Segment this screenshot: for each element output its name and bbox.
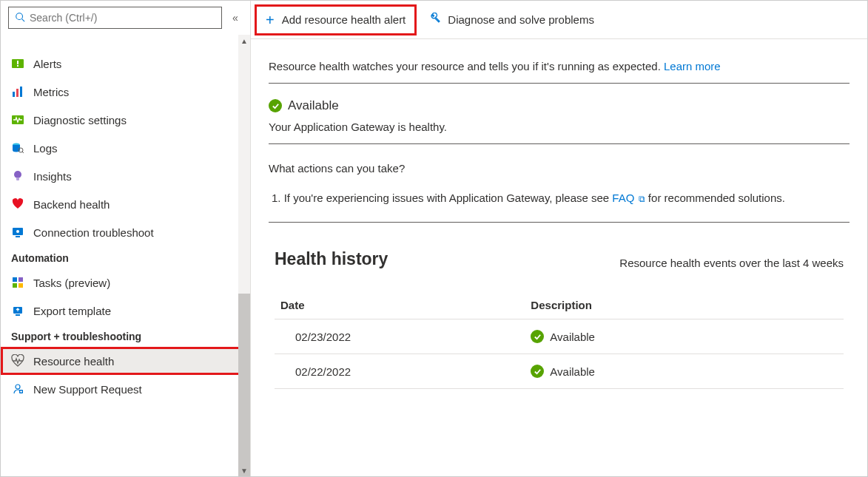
sidebar: « Alerts Metrics Diagnostic settings Log… <box>1 1 251 476</box>
status-label: Available <box>288 98 339 113</box>
tasks-icon <box>11 276 24 289</box>
support-icon <box>11 382 24 396</box>
main-content: + Add resource health alert Diagnose and… <box>251 1 867 476</box>
diagnostic-icon <box>11 113 24 126</box>
svg-rect-4 <box>17 65 18 67</box>
table-row[interactable]: 02/23/2022 Available <box>275 319 844 354</box>
insights-icon <box>11 169 24 183</box>
nav-label: Export template <box>33 305 111 317</box>
search-input-wrapper[interactable] <box>8 7 222 29</box>
svg-point-23 <box>16 385 20 389</box>
logs-icon <box>11 141 24 155</box>
svg-point-16 <box>16 230 19 233</box>
date-cell: 02/22/2022 <box>275 354 525 389</box>
check-circle-icon <box>269 99 282 112</box>
sidebar-item-resource-health[interactable]: Resource health <box>1 347 250 375</box>
sidebar-item-new-support-request[interactable]: New Support Request <box>1 375 250 403</box>
svg-rect-7 <box>20 87 22 97</box>
search-icon <box>15 12 25 24</box>
nav-label: New Support Request <box>33 383 142 396</box>
nav-label: Insights <box>33 170 72 183</box>
faq-link[interactable]: FAQ ⧉ <box>612 192 645 204</box>
health-history: Health history Resource health events ov… <box>269 223 850 389</box>
svg-line-11 <box>22 152 24 153</box>
learn-more-link[interactable]: Learn more <box>664 60 721 72</box>
nav-label: Tasks (preview) <box>33 277 110 289</box>
nav-label: Metrics <box>33 86 69 98</box>
svg-point-12 <box>14 171 21 178</box>
export-icon <box>11 304 24 317</box>
sidebar-item-insights[interactable]: Insights <box>1 162 250 190</box>
sidebar-item-logs[interactable]: Logs <box>1 134 250 162</box>
nav-label: Logs <box>33 142 58 155</box>
heart-icon <box>11 197 24 211</box>
history-title: Health history <box>275 249 388 269</box>
nav-label: Diagnostic settings <box>33 114 127 126</box>
resource-health-icon <box>11 354 24 368</box>
intro-text: Resource health watches your resource an… <box>269 60 850 84</box>
alerts-icon <box>11 57 24 70</box>
sidebar-item-metrics[interactable]: Metrics <box>1 78 250 106</box>
svg-point-0 <box>16 13 23 19</box>
actions-title: What actions can you take? <box>269 162 850 175</box>
desc-cell: Available <box>550 365 595 378</box>
sidebar-item-backend-health[interactable]: Backend health <box>1 190 250 218</box>
diagnose-and-solve-button[interactable]: Diagnose and solve problems <box>419 7 603 33</box>
history-table: Date Description 02/23/2022 Available 02… <box>275 291 844 389</box>
sidebar-item-alerts[interactable]: Alerts <box>1 50 250 78</box>
table-row[interactable]: 02/22/2022 Available <box>275 354 844 389</box>
col-date: Date <box>275 291 525 319</box>
scrollbar-thumb[interactable] <box>238 294 250 476</box>
svg-rect-5 <box>13 92 15 97</box>
desc-cell: Available <box>550 331 595 343</box>
svg-rect-19 <box>13 283 17 288</box>
svg-rect-18 <box>18 277 23 282</box>
external-link-icon: ⧉ <box>636 194 645 204</box>
nav-label: Backend health <box>33 198 110 211</box>
svg-rect-6 <box>16 89 18 97</box>
button-label: Diagnose and solve problems <box>448 13 594 26</box>
wrench-icon <box>428 13 440 27</box>
section-support: Support + troubleshooting <box>1 325 250 347</box>
check-circle-icon <box>531 330 544 343</box>
actions-block: What actions can you take? 1. If you're … <box>269 144 850 223</box>
svg-rect-17 <box>13 277 17 282</box>
svg-rect-3 <box>17 61 18 64</box>
history-subtitle: Resource health events over the last 4 w… <box>619 257 844 269</box>
sidebar-item-export-template[interactable]: Export template <box>1 297 250 325</box>
section-automation: Automation <box>1 246 250 268</box>
nav-label: Connection troubleshoot <box>33 226 154 239</box>
nav-label: Resource health <box>33 355 114 368</box>
nav: Alerts Metrics Diagnostic settings Logs … <box>1 35 250 476</box>
svg-rect-13 <box>16 177 19 180</box>
svg-rect-15 <box>16 236 20 237</box>
status-block: Available Your Application Gateway is he… <box>269 84 850 144</box>
svg-rect-22 <box>16 314 20 316</box>
plus-icon: + <box>266 13 275 27</box>
scroll-down-arrow[interactable]: ▼ <box>238 464 250 476</box>
svg-rect-20 <box>18 283 23 288</box>
collapse-sidebar-button[interactable]: « <box>228 12 243 24</box>
col-description: Description <box>525 291 844 319</box>
sidebar-item-tasks[interactable]: Tasks (preview) <box>1 268 250 297</box>
nav-label: Alerts <box>33 58 61 70</box>
search-input[interactable] <box>30 12 215 24</box>
metrics-icon <box>11 85 24 98</box>
monitor-icon <box>11 226 24 239</box>
date-cell: 02/23/2022 <box>275 319 525 354</box>
svg-line-1 <box>22 18 25 21</box>
add-resource-health-alert-button[interactable]: + Add resource health alert <box>257 7 414 33</box>
status-detail: Your Application Gateway is healthy. <box>269 121 850 133</box>
scroll-up-arrow[interactable]: ▲ <box>238 35 250 47</box>
sidebar-item-connection-troubleshoot[interactable]: Connection troubleshoot <box>1 218 250 246</box>
sidebar-item-diagnostic-settings[interactable]: Diagnostic settings <box>1 106 250 134</box>
actions-text: 1. If you're experiencing issues with Ap… <box>269 189 850 207</box>
sidebar-scrollbar[interactable]: ▲ ▼ <box>238 35 250 476</box>
toolbar: + Add resource health alert Diagnose and… <box>251 1 867 39</box>
button-label: Add resource health alert <box>282 13 406 26</box>
check-circle-icon <box>531 365 544 378</box>
